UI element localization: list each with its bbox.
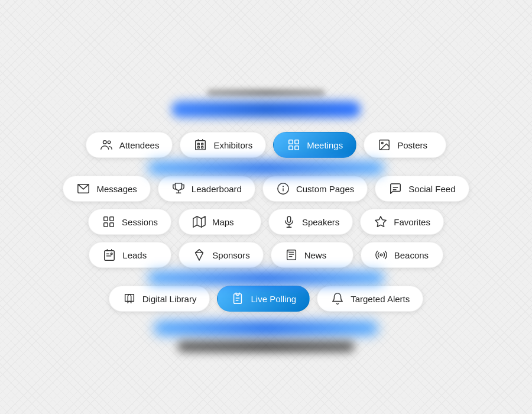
pill-speakers[interactable]: Speakers — [268, 209, 353, 235]
social-feed-label: Social Feed — [408, 184, 455, 194]
star-icon — [374, 215, 388, 228]
newspaper-icon — [284, 248, 299, 261]
digital-library-label: Digital Library — [142, 294, 197, 304]
pill-social-feed[interactable]: Social Feed — [375, 176, 469, 202]
pill-messages[interactable]: Messages — [63, 176, 150, 202]
clipboard-icon — [231, 292, 245, 305]
users-icon — [99, 138, 113, 151]
svg-rect-24 — [287, 216, 291, 222]
pill-exhibitors[interactable]: Exhibitors — [180, 132, 266, 158]
trophy-icon — [171, 182, 186, 195]
svg-rect-4 — [202, 143, 203, 145]
svg-point-12 — [382, 142, 384, 144]
blur-band-1 — [12, 161, 520, 172]
pill-row-2: Messages Leaderboard Custom Pages Social… — [12, 176, 520, 202]
pill-row-5: Digital Library Live Polling Targeted Al… — [12, 286, 520, 312]
svg-marker-27 — [375, 216, 386, 227]
pill-news[interactable]: News — [271, 242, 353, 268]
svg-rect-5 — [198, 147, 200, 148]
attendees-label: Attendees — [119, 140, 160, 150]
info-icon — [276, 182, 290, 195]
svg-rect-20 — [110, 223, 113, 227]
svg-rect-28 — [105, 251, 115, 261]
svg-rect-10 — [295, 146, 299, 150]
meetings-label: Meetings — [307, 140, 343, 150]
svg-rect-3 — [198, 143, 200, 145]
pill-custom-pages[interactable]: Custom Pages — [262, 176, 368, 202]
custom-pages-label: Custom Pages — [296, 184, 354, 194]
book-icon — [122, 292, 137, 305]
svg-rect-6 — [202, 147, 203, 148]
map-icon — [192, 215, 206, 228]
favorites-label: Favorites — [394, 217, 430, 227]
svg-rect-7 — [289, 140, 293, 144]
beacons-label: Beacons — [394, 250, 429, 260]
pill-beacons[interactable]: Beacons — [361, 242, 443, 268]
exhibitors-label: Exhibitors — [213, 140, 252, 150]
pill-maps[interactable]: Maps — [179, 209, 261, 235]
pill-meetings[interactable]: Meetings — [273, 132, 356, 158]
pill-targeted-alerts[interactable]: Targeted Alerts — [317, 286, 423, 312]
svg-rect-2 — [196, 141, 206, 150]
speakers-label: Speakers — [302, 217, 339, 227]
pill-leads[interactable]: Leads — [89, 242, 171, 268]
svg-point-29 — [111, 253, 113, 255]
svg-rect-19 — [104, 223, 108, 227]
pill-row-4: Leads Sponsors News Beacons — [12, 242, 520, 268]
svg-rect-9 — [289, 146, 293, 150]
bell-icon — [330, 292, 345, 305]
building-icon — [193, 138, 207, 151]
messages-label: Messages — [96, 184, 137, 194]
pill-attendees[interactable]: Attendees — [86, 132, 173, 158]
main-container: Attendees Exhibitors Meetings Posters — [12, 40, 520, 374]
sessions-label: Sessions — [122, 217, 158, 227]
diamond-icon — [192, 248, 206, 261]
svg-marker-21 — [193, 216, 205, 227]
pill-posters[interactable]: Posters — [364, 132, 446, 158]
svg-point-1 — [108, 141, 111, 144]
blur-footer — [12, 315, 520, 374]
chat-icon — [388, 182, 403, 195]
pill-digital-library[interactable]: Digital Library — [109, 286, 210, 312]
svg-marker-30 — [196, 250, 203, 260]
pill-row-1: Attendees Exhibitors Meetings Posters — [12, 132, 520, 158]
sponsors-label: Sponsors — [212, 250, 249, 260]
grid2-icon — [102, 215, 116, 228]
blur-band-2 — [12, 271, 520, 282]
pill-leaderboard[interactable]: Leaderboard — [158, 176, 255, 202]
leaderboard-label: Leaderboard — [192, 184, 242, 194]
pill-live-polling[interactable]: Live Polling — [217, 286, 310, 312]
svg-point-0 — [103, 141, 106, 144]
radio-icon — [374, 248, 388, 261]
targeted-alerts-label: Targeted Alerts — [351, 294, 410, 304]
image-icon — [377, 138, 391, 151]
live-polling-label: Live Polling — [251, 294, 296, 304]
svg-rect-17 — [104, 217, 108, 221]
maps-label: Maps — [212, 217, 234, 227]
pill-sponsors[interactable]: Sponsors — [179, 242, 263, 268]
mic-icon — [282, 215, 296, 228]
pill-sessions[interactable]: Sessions — [88, 209, 171, 235]
svg-point-34 — [380, 254, 382, 256]
mail-icon — [76, 182, 90, 195]
news-label: News — [304, 250, 327, 260]
badge-icon — [102, 248, 116, 261]
blur-header — [12, 40, 520, 128]
svg-rect-8 — [295, 140, 299, 144]
posters-label: Posters — [397, 140, 427, 150]
svg-rect-18 — [110, 217, 113, 221]
svg-rect-33 — [287, 250, 289, 253]
pill-favorites[interactable]: Favorites — [360, 209, 444, 235]
grid-icon — [287, 138, 301, 151]
pill-row-3: Sessions Maps Speakers Favorites — [12, 209, 520, 235]
leads-label: Leads — [122, 250, 147, 260]
